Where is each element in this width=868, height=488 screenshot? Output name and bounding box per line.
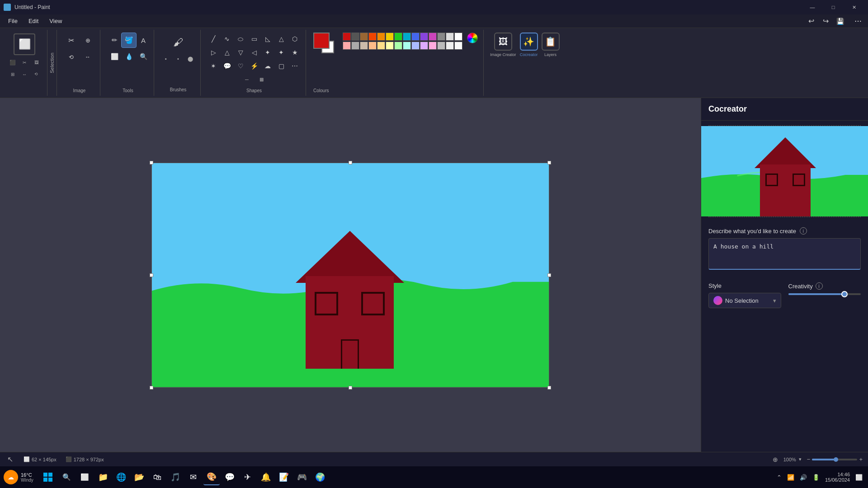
show-desktop-button[interactable]: ⬜ <box>854 473 864 482</box>
color-swatch[interactable] <box>411 33 420 41</box>
shape-more[interactable]: ⋯ <box>288 60 301 72</box>
shape-line[interactable]: ╱ <box>207 33 220 45</box>
shape-diamond[interactable]: ⬡ <box>288 33 301 45</box>
color-swatch[interactable] <box>343 42 351 50</box>
shape-4arrow[interactable]: ✦ <box>261 46 274 59</box>
brush-size-3[interactable]: ⬤ <box>185 53 196 64</box>
whatsapp-button[interactable]: 💬 <box>222 469 238 485</box>
zoom-slider-thumb[interactable] <box>834 457 838 462</box>
clock[interactable]: 14:46 15/06/2024 <box>825 472 850 483</box>
zoom-tool[interactable]: 🔍 <box>136 49 151 64</box>
chevron-up-icon[interactable]: ⌃ <box>775 473 783 482</box>
shape-cloud[interactable]: ☁ <box>261 60 274 72</box>
browser2-button[interactable]: 🌍 <box>312 469 328 485</box>
shape-rounded[interactable]: ▢ <box>275 60 288 72</box>
color-swatch[interactable] <box>420 42 428 50</box>
select-all-button[interactable]: ⬜ <box>14 33 35 55</box>
outline-style[interactable]: ─ <box>241 74 252 85</box>
color-swatch[interactable] <box>360 33 368 41</box>
redo-button[interactable]: ↪ <box>819 15 832 28</box>
rotate-button[interactable]: ⟲ <box>63 49 79 65</box>
color-swatch[interactable] <box>454 42 462 50</box>
creativity-info-icon[interactable]: i <box>816 282 823 290</box>
shape-curve[interactable]: ∿ <box>221 33 233 45</box>
color-swatch[interactable] <box>411 42 420 50</box>
brush-main[interactable]: 🖌 <box>169 33 187 52</box>
color-swatch[interactable] <box>437 33 445 41</box>
color-swatch[interactable] <box>386 42 394 50</box>
brush-size-2[interactable]: • <box>173 53 184 64</box>
games-button[interactable]: 🎮 <box>294 469 310 485</box>
canvas-painting[interactable] <box>151 163 549 388</box>
color-swatch[interactable] <box>351 42 359 50</box>
color-swatch[interactable] <box>377 33 385 41</box>
crop-button[interactable]: ✂ <box>63 33 79 48</box>
edge-button[interactable]: 🌐 <box>113 469 129 485</box>
sel-sub-4[interactable]: ⊞ <box>7 69 18 80</box>
layers-tab[interactable]: 📋 Layers <box>542 33 560 57</box>
shape-star5[interactable]: ★ <box>288 46 301 59</box>
foreground-color[interactable] <box>313 33 330 49</box>
maximize-button[interactable]: □ <box>823 0 844 14</box>
color-swatch[interactable] <box>437 42 445 50</box>
color-swatch[interactable] <box>343 33 351 41</box>
shape-star6[interactable]: ✶ <box>207 60 220 72</box>
shape-triangle[interactable]: △ <box>275 33 288 45</box>
minimize-button[interactable]: — <box>802 0 823 14</box>
shape-star4[interactable]: ✦ <box>275 46 288 59</box>
shape-arrow-l[interactable]: ◁ <box>248 46 260 59</box>
describe-info-icon[interactable]: i <box>800 227 807 235</box>
search-taskbar-button[interactable]: 🔍 <box>59 469 75 485</box>
app9-button[interactable]: 🔔 <box>258 469 274 485</box>
menu-file[interactable]: File <box>4 16 22 26</box>
color-swatch[interactable] <box>446 42 454 50</box>
color-swatch[interactable] <box>368 33 377 41</box>
color-swatch[interactable] <box>429 42 437 50</box>
canvas-area[interactable] <box>0 98 701 452</box>
color-swatch[interactable] <box>420 33 428 41</box>
color-swatch[interactable] <box>360 42 368 50</box>
color-swatch[interactable] <box>403 42 411 50</box>
shape-bubble[interactable]: 💬 <box>221 60 233 72</box>
menu-edit[interactable]: Edit <box>24 16 43 26</box>
shape-oval[interactable]: ⬭ <box>234 33 247 45</box>
zoom-dropdown-button[interactable]: ▾ <box>799 456 802 462</box>
eraser-tool[interactable]: ⬜ <box>107 49 122 64</box>
telegram-button[interactable]: ✈ <box>240 469 256 485</box>
color-swatch[interactable] <box>351 33 359 41</box>
shape-arrow-up[interactable]: △ <box>221 46 233 59</box>
color-swatch[interactable] <box>368 42 377 50</box>
start-button[interactable] <box>39 468 57 486</box>
close-button[interactable]: ✕ <box>844 0 864 14</box>
taskview-button[interactable]: ⬜ <box>77 469 93 485</box>
color-swatch[interactable] <box>454 33 462 41</box>
sel-sub-2[interactable]: ✂ <box>19 57 30 68</box>
blur-tool[interactable]: 💧 <box>121 49 137 64</box>
color-swatch[interactable] <box>394 42 402 50</box>
menu-view[interactable]: View <box>45 16 66 26</box>
zoom-out-button[interactable]: − <box>807 456 811 463</box>
mail-button[interactable]: ✉ <box>185 469 202 485</box>
network-icon[interactable]: 📶 <box>785 473 796 482</box>
style-dropdown[interactable]: No Selection ▾ <box>708 293 781 308</box>
window-controls[interactable]: — □ ✕ <box>802 0 864 14</box>
shape-triangle-r[interactable]: ◺ <box>261 33 274 45</box>
color-swatch[interactable] <box>394 33 402 41</box>
shape-rect[interactable]: ▭ <box>248 33 260 45</box>
resize-button[interactable]: ⊕ <box>80 33 95 48</box>
color-picker-wheel[interactable] <box>467 33 478 43</box>
describe-textarea[interactable]: A house on a hill <box>708 238 861 270</box>
shape-arrow-r[interactable]: ▷ <box>207 46 220 59</box>
fill-tool[interactable]: 🪣 <box>121 33 137 48</box>
color-swatch[interactable] <box>377 42 385 50</box>
zoom-fit-button[interactable]: ⊕ <box>773 456 778 463</box>
shape-lightning[interactable]: ⚡ <box>248 60 260 72</box>
flip-button[interactable]: ↔ <box>80 49 95 65</box>
volume-icon[interactable]: 🔊 <box>798 473 809 482</box>
save-button[interactable]: 💾 <box>834 15 846 28</box>
undo-button[interactable]: ↩ <box>805 15 817 28</box>
image-creator-tab[interactable]: 🖼 Image Creator <box>490 33 516 57</box>
color-swatch[interactable] <box>386 33 394 41</box>
brush-size-1[interactable]: ▪ <box>160 53 171 64</box>
zoom-in-button[interactable]: + <box>859 456 863 463</box>
